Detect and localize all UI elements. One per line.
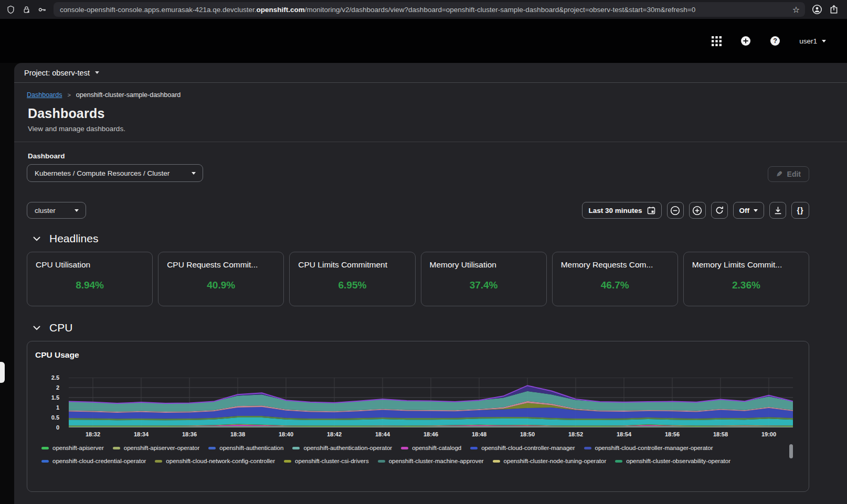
- legend-label: openshift-authentication-operator: [303, 445, 392, 451]
- divider: [14, 142, 847, 142]
- key-icon[interactable]: [38, 5, 47, 14]
- y-axis-tick-label: 0.5: [51, 414, 59, 421]
- project-selector[interactable]: Project: observ-test: [14, 63, 847, 83]
- legend-label: openshift-apiserver-operator: [124, 445, 199, 451]
- legend-swatch: [208, 447, 216, 449]
- project-selector-label: Project: observ-test: [24, 69, 90, 77]
- legend-item[interactable]: openshift-cluster-machine-approver: [378, 458, 484, 464]
- help-icon[interactable]: ?: [770, 36, 780, 46]
- legend-item[interactable]: openshift-catalogd: [401, 445, 461, 451]
- side-drawer-handle[interactable]: [0, 362, 5, 383]
- headline-card-value: 46.7%: [561, 280, 669, 291]
- main-panel: Project: observ-test Dashboards > opensh…: [14, 63, 847, 504]
- legend-label: openshift-cluster-csi-drivers: [295, 458, 369, 464]
- edit-button[interactable]: ✎ Edit: [768, 166, 809, 182]
- headline-card: CPU Utilisation8.94%: [27, 252, 153, 306]
- legend-label: openshift-authentication: [219, 445, 283, 451]
- app-launcher-icon[interactable]: [712, 36, 722, 46]
- legend-swatch: [584, 447, 591, 449]
- headline-card-value: 37.4%: [430, 280, 538, 291]
- legend-item[interactable]: openshift-authentication-operator: [292, 445, 392, 451]
- legend-swatch: [41, 460, 49, 463]
- headline-card-title: Memory Requests Com...: [561, 260, 669, 270]
- section-headlines-title: Headlines: [49, 232, 98, 245]
- y-axis-tick-label: 0: [56, 424, 59, 431]
- time-range-label: Last 30 minutes: [588, 207, 642, 215]
- cpu-chart-x-axis: 18:3218:3418:3618:3818:4018:4218:4418:46…: [69, 431, 793, 439]
- legend-swatch: [470, 447, 478, 449]
- headline-card-title: Memory Limits Commit...: [692, 260, 800, 270]
- time-range-button[interactable]: Last 30 minutes: [582, 202, 661, 219]
- x-axis-tick-label: 18:38: [230, 431, 245, 437]
- variable-select-cluster[interactable]: cluster: [27, 202, 86, 219]
- bookmark-star-icon[interactable]: ☆: [792, 5, 800, 15]
- headline-card-title: CPU Requests Commit...: [167, 260, 275, 270]
- legend-item[interactable]: openshift-cluster-observability-operator: [615, 458, 730, 464]
- x-axis-tick-label: 18:54: [617, 431, 631, 437]
- cpu-chart-legend: openshift-apiserveropenshift-apiserver-o…: [41, 445, 795, 469]
- pencil-icon: ✎: [776, 170, 782, 178]
- cpu-usage-chart-svg[interactable]: [69, 378, 793, 427]
- legend-scrollbar-thumb[interactable]: [789, 444, 793, 458]
- dashboard-select[interactable]: Kubernetes / Compute Resources / Cluster: [27, 164, 203, 182]
- chevron-down-icon: [33, 237, 40, 241]
- legend-item[interactable]: openshift-cluster-csi-drivers: [284, 458, 369, 464]
- legend-item[interactable]: openshift-apiserver-operator: [113, 445, 199, 451]
- legend-swatch: [378, 460, 385, 463]
- masthead: ? user1: [0, 19, 847, 63]
- legend-swatch: [41, 447, 49, 449]
- dashboard-select-value: Kubernetes / Compute Resources / Cluster: [35, 169, 170, 177]
- url-text: console-openshift-console.apps.emurasak-…: [60, 6, 788, 14]
- quick-create-icon[interactable]: [740, 36, 751, 46]
- query-browser-button[interactable]: {}: [791, 202, 809, 219]
- x-axis-tick-label: 18:44: [375, 431, 390, 437]
- x-axis-tick-label: 18:58: [713, 431, 728, 437]
- legend-item[interactable]: openshift-apiserver: [41, 445, 104, 451]
- breadcrumb-dashboards-link[interactable]: Dashboards: [27, 91, 62, 99]
- legend-item[interactable]: openshift-cloud-controller-manager: [470, 445, 575, 451]
- page-title: Dashboards: [28, 106, 809, 121]
- legend-label: openshift-catalogd: [412, 445, 461, 451]
- browser-menu-box-icon[interactable]: [829, 5, 839, 14]
- legend-swatch: [284, 460, 291, 463]
- legend-item[interactable]: openshift-cloud-credential-operator: [41, 458, 146, 464]
- zoom-in-button[interactable]: [689, 202, 706, 219]
- headline-card: Memory Requests Com...46.7%: [552, 252, 678, 306]
- export-button[interactable]: [769, 202, 786, 219]
- legend-label: openshift-cluster-observability-operator: [626, 458, 730, 464]
- chevron-down-icon: [754, 209, 758, 212]
- x-axis-tick-label: 18:52: [568, 431, 583, 437]
- y-axis-tick-label: 1.5: [51, 394, 59, 401]
- chevron-down-icon: [33, 326, 40, 330]
- legend-item[interactable]: openshift-authentication: [208, 445, 283, 451]
- legend-item[interactable]: openshift-cloud-network-config-controlle…: [155, 458, 275, 464]
- refresh-icon: [715, 206, 724, 215]
- refresh-interval-value: Off: [739, 207, 750, 215]
- refresh-button[interactable]: [711, 202, 728, 219]
- headline-card: Memory Limits Commit...2.36%: [683, 252, 809, 306]
- y-axis-tick-label: 2: [56, 384, 59, 391]
- breadcrumb-separator: >: [67, 92, 70, 98]
- section-cpu[interactable]: CPU: [27, 321, 809, 334]
- legend-item[interactable]: openshift-cluster-node-tuning-operator: [493, 458, 607, 464]
- legend-swatch: [113, 447, 120, 449]
- x-axis-tick-label: 19:00: [761, 431, 776, 437]
- shield-icon[interactable]: [6, 5, 15, 14]
- zoom-out-button[interactable]: [667, 202, 684, 219]
- legend-item[interactable]: openshift-cloud-controller-manager-opera…: [584, 445, 713, 451]
- cpu-usage-card: CPU Usage 00.511.522.5 18:3218:3418:3618…: [27, 341, 809, 492]
- user-menu[interactable]: user1: [799, 37, 826, 45]
- refresh-interval-select[interactable]: Off: [733, 202, 765, 219]
- x-axis-tick-label: 18:46: [424, 431, 438, 437]
- y-axis-tick-label: 2.5: [51, 374, 59, 381]
- url-bar[interactable]: console-openshift-console.apps.emurasak-…: [54, 2, 805, 17]
- profile-icon[interactable]: [812, 4, 822, 15]
- headline-card-title: Memory Utilisation: [430, 260, 538, 270]
- lock-warning-icon[interactable]: [22, 5, 31, 14]
- x-axis-tick-label: 18:36: [182, 431, 197, 437]
- section-headlines[interactable]: Headlines: [27, 232, 809, 245]
- page-subtitle: View and manage dashboards.: [28, 125, 809, 133]
- calendar-icon: [647, 206, 655, 215]
- legend-label: openshift-apiserver: [52, 445, 104, 451]
- legend-label: openshift-cloud-network-config-controlle…: [166, 458, 275, 464]
